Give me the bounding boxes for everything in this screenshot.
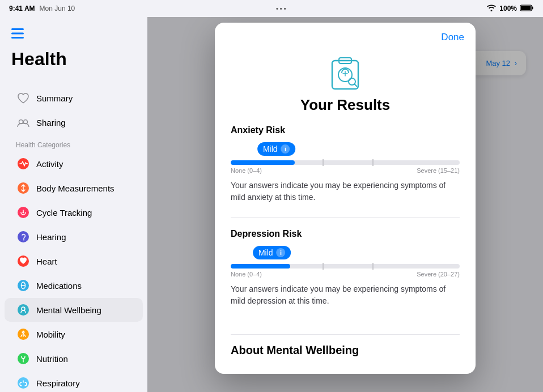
- nutrition-label: Nutrition: [36, 354, 68, 364]
- anxiety-label-left: None (0–4): [231, 167, 262, 174]
- depression-progress-labels: None (0–4) Severe (20–27): [231, 271, 460, 278]
- anxiety-marker-2: [372, 159, 374, 166]
- anxiety-progress-track: [231, 160, 460, 165]
- main-content: isk May 12 › Done: [147, 17, 543, 392]
- activity-icon: [16, 156, 31, 171]
- anxiety-progress-container: [231, 160, 460, 165]
- activity-label: Activity: [36, 159, 63, 169]
- modal-icon-area: [215, 43, 476, 96]
- sidebar-item-hearing[interactable]: Hearing: [5, 225, 143, 249]
- anxiety-description: Your answers indicate you may be experie…: [231, 180, 460, 203]
- section-divider: [231, 217, 460, 218]
- depression-progress-fill: [231, 264, 290, 269]
- depression-progress-track: [231, 264, 460, 269]
- sidebar-item-mobility[interactable]: Mobility: [5, 322, 143, 346]
- sidebar-item-body-measurements[interactable]: Body Measurements: [5, 176, 143, 200]
- depression-marker-1: [323, 263, 324, 270]
- depression-label-left: None (0–4): [231, 271, 262, 278]
- anxiety-progress-fill: [231, 160, 295, 165]
- sidebar: Health Summary: [0, 17, 147, 392]
- battery-level: 100%: [499, 5, 517, 12]
- mental-wellbeing-icon: [325, 52, 365, 92]
- heart-icon: [16, 254, 31, 269]
- hearing-label: Hearing: [36, 232, 66, 242]
- categories-header: Health Categories: [5, 137, 143, 151]
- sidebar-item-nutrition[interactable]: Nutrition: [5, 347, 143, 370]
- svg-rect-2: [521, 6, 531, 10]
- sidebar-item-activity[interactable]: Activity: [5, 152, 143, 176]
- medications-label: Medications: [36, 281, 82, 291]
- depression-risk-section: Depression Risk Mild i: [231, 229, 460, 307]
- summary-icon: [16, 91, 31, 105]
- sidebar-item-summary[interactable]: Summary: [5, 86, 143, 110]
- respiratory-icon: [16, 376, 31, 390]
- sidebar-item-respiratory[interactable]: Respiratory: [5, 371, 143, 392]
- anxiety-info-icon[interactable]: i: [281, 144, 290, 154]
- mental-wellbeing-label: Mental Wellbeing: [36, 305, 101, 315]
- status-bar-left: 9:41 AM Mon Jun 10: [9, 5, 75, 12]
- depression-mild-badge[interactable]: Mild i: [253, 246, 291, 259]
- svg-point-12: [18, 231, 29, 242]
- depression-mild-label: Mild: [258, 248, 273, 257]
- anxiety-mild-badge[interactable]: Mild i: [257, 142, 296, 156]
- status-bar-right: 100%: [487, 5, 534, 13]
- sharing-icon: [16, 115, 31, 130]
- mental-wellbeing-sidebar-icon: [16, 302, 31, 317]
- body-measurements-label: Body Measurements: [36, 184, 114, 193]
- sidebar-item-heart[interactable]: Heart: [5, 249, 143, 273]
- wifi-icon: [487, 5, 496, 13]
- status-bar-dots: • • •: [276, 5, 286, 12]
- sidebar-item-mental-wellbeing[interactable]: Mental Wellbeing: [5, 298, 143, 322]
- anxiety-risk-section: Anxiety Risk Mild i: [231, 125, 460, 203]
- anxiety-label-right: Severe (15–21): [417, 167, 460, 174]
- depression-marker-2: [372, 263, 374, 270]
- battery-icon: [520, 5, 534, 13]
- svg-point-11: [23, 212, 24, 214]
- about-section: About Mental Wellbeing: [215, 344, 476, 374]
- depression-label-right: Severe (20–27): [417, 271, 460, 278]
- modal-header: Done: [215, 23, 476, 43]
- medications-icon: [16, 278, 31, 293]
- depression-badge-container: Mild i: [231, 246, 460, 259]
- depression-info-icon[interactable]: i: [277, 248, 286, 257]
- svg-rect-4: [11, 33, 24, 35]
- cycle-tracking-icon: [16, 205, 31, 220]
- status-time: 9:41 AM: [9, 5, 35, 12]
- modal-overlay: Done: [147, 17, 543, 392]
- anxiety-mild-label: Mild: [263, 144, 278, 154]
- depression-description: Your answers indicate you may be experie…: [231, 283, 460, 307]
- svg-point-18: [18, 304, 29, 316]
- anxiety-marker-1: [323, 159, 324, 166]
- depression-risk-title: Depression Risk: [231, 229, 460, 239]
- nutrition-icon: [16, 351, 31, 366]
- sidebar-header: Health: [0, 24, 147, 86]
- svg-rect-5: [11, 37, 24, 39]
- modal-body: Anxiety Risk Mild i: [215, 125, 476, 334]
- done-button[interactable]: Done: [441, 32, 464, 43]
- sidebar-toggle-button[interactable]: [11, 28, 136, 41]
- modal-title: Your Results: [215, 96, 476, 125]
- about-mental-wellbeing-title: About Mental Wellbeing: [231, 344, 460, 357]
- cycle-tracking-label: Cycle Tracking: [36, 208, 92, 218]
- summary-label: Summary: [36, 93, 73, 103]
- anxiety-badge-container: Mild i: [231, 142, 460, 156]
- mobility-icon: [16, 327, 31, 342]
- status-bar: 9:41 AM Mon Jun 10 • • • 100%: [0, 0, 543, 17]
- svg-point-23: [18, 377, 29, 389]
- sharing-label: Sharing: [36, 118, 66, 127]
- status-day: Mon Jun 10: [40, 5, 75, 12]
- respiratory-label: Respiratory: [36, 378, 80, 388]
- app-container: Health Summary: [0, 17, 543, 392]
- app-title: Health: [11, 49, 136, 70]
- sidebar-item-medications[interactable]: Medications: [5, 274, 143, 297]
- hearing-icon: [16, 229, 31, 244]
- anxiety-risk-title: Anxiety Risk: [231, 125, 460, 135]
- svg-point-13: [23, 240, 24, 241]
- body-measurements-icon: [16, 181, 31, 195]
- sidebar-item-cycle-tracking[interactable]: Cycle Tracking: [5, 201, 143, 224]
- anxiety-progress-labels: None (0–4) Severe (15–21): [231, 167, 460, 174]
- results-modal: Done: [215, 23, 476, 374]
- depression-progress-container: [231, 264, 460, 269]
- sidebar-item-sharing[interactable]: Sharing: [5, 110, 143, 134]
- about-divider: [231, 334, 460, 335]
